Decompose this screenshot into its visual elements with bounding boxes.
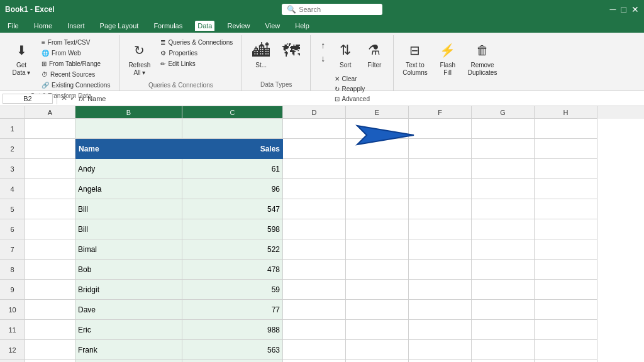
- cell-A8[interactable]: [25, 260, 75, 280]
- close-btn[interactable]: ✕: [631, 4, 639, 14]
- cell-H7[interactable]: [535, 239, 597, 260]
- maximize-btn[interactable]: □: [621, 4, 626, 14]
- cell-H5[interactable]: [535, 199, 597, 219]
- properties-button[interactable]: ⚙ Properties: [157, 48, 236, 58]
- from-table-button[interactable]: ⊞ From Table/Range: [38, 59, 114, 69]
- cell-A4[interactable]: [25, 179, 75, 199]
- cell-C7[interactable]: 522: [182, 239, 283, 260]
- cell-B3[interactable]: Andy: [75, 159, 182, 179]
- cell-H6[interactable]: [535, 219, 597, 239]
- cell-C2[interactable]: Sales: [182, 139, 283, 159]
- cell-G1[interactable]: [472, 119, 535, 139]
- col-header-A[interactable]: A: [25, 106, 75, 119]
- cell-G6[interactable]: [472, 219, 535, 239]
- cell-E6[interactable]: [346, 219, 409, 239]
- cell-E8[interactable]: [346, 260, 409, 280]
- col-header-H[interactable]: H: [535, 106, 597, 119]
- cell-E9[interactable]: [346, 280, 409, 300]
- row-header-8[interactable]: 8: [0, 260, 25, 280]
- cancel-formula-icon[interactable]: ✕: [61, 94, 67, 103]
- cell-D2[interactable]: [283, 139, 346, 159]
- cell-A7[interactable]: [25, 239, 75, 260]
- recent-sources-button[interactable]: ⏱ Recent Sources: [38, 70, 114, 79]
- cell-F10[interactable]: [409, 300, 472, 320]
- cell-B2[interactable]: Name: [75, 139, 182, 159]
- cell-A9[interactable]: [25, 280, 75, 300]
- cell-H10[interactable]: [535, 300, 597, 320]
- cell-A6[interactable]: [25, 219, 75, 239]
- cell-H11[interactable]: [535, 320, 597, 340]
- menu-page-layout[interactable]: Page Layout: [97, 21, 142, 31]
- cell-F4[interactable]: [409, 179, 472, 199]
- row-header-10[interactable]: 10: [0, 300, 25, 320]
- cell-A10[interactable]: [25, 300, 75, 320]
- cell-F5[interactable]: [409, 199, 472, 219]
- cell-E12[interactable]: [346, 340, 409, 360]
- col-header-C[interactable]: C: [182, 106, 283, 119]
- cell-E3[interactable]: [346, 159, 409, 179]
- remove-duplicates-button[interactable]: 🗑 RemoveDuplicates: [464, 38, 501, 79]
- cell-H1[interactable]: [535, 119, 597, 139]
- menu-data[interactable]: Data: [195, 21, 214, 31]
- cell-D12[interactable]: [283, 340, 346, 360]
- edit-links-button[interactable]: ✏ Edit Links: [157, 59, 236, 69]
- col-header-B[interactable]: B: [75, 106, 182, 119]
- row-header-12[interactable]: 12: [0, 340, 25, 360]
- cell-B9[interactable]: Bridgit: [75, 280, 182, 300]
- col-header-F[interactable]: F: [409, 106, 472, 119]
- cell-E5[interactable]: [346, 199, 409, 219]
- cell-C10[interactable]: 77: [182, 300, 283, 320]
- cell-D9[interactable]: [283, 280, 346, 300]
- cell-C1[interactable]: [182, 119, 283, 139]
- menu-file[interactable]: File: [5, 21, 21, 31]
- menu-review[interactable]: Review: [225, 21, 252, 31]
- cell-B12[interactable]: Frank: [75, 340, 182, 360]
- cell-G7[interactable]: [472, 239, 535, 260]
- cell-C4[interactable]: 96: [182, 179, 283, 199]
- from-web-button[interactable]: 🌐 From Web: [38, 48, 114, 58]
- cell-C12[interactable]: 563: [182, 340, 283, 360]
- text-to-columns-button[interactable]: ⊟ Text toColumns: [399, 38, 431, 79]
- flash-fill-button[interactable]: ⚡ FlashFill: [434, 38, 462, 79]
- get-data-button[interactable]: ⬇ GetData ▾: [8, 38, 35, 79]
- cell-F3[interactable]: [409, 159, 472, 179]
- cell-B4[interactable]: Angela: [75, 179, 182, 199]
- cell-H9[interactable]: [535, 280, 597, 300]
- cell-D8[interactable]: [283, 260, 346, 280]
- menu-help[interactable]: Help: [292, 21, 312, 31]
- from-text-csv-button[interactable]: ≡ From Text/CSV: [38, 38, 114, 47]
- cell-D11[interactable]: [283, 320, 346, 340]
- cell-A5[interactable]: [25, 199, 75, 219]
- menu-home[interactable]: Home: [31, 21, 55, 31]
- cell-D7[interactable]: [283, 239, 346, 260]
- refresh-all-button[interactable]: ↻ RefreshAll ▾: [125, 38, 154, 79]
- cell-H12[interactable]: [535, 340, 597, 360]
- cell-D3[interactable]: [283, 159, 346, 179]
- cell-B5[interactable]: Bill: [75, 199, 182, 219]
- row-header-11[interactable]: 11: [0, 320, 25, 340]
- sort-button[interactable]: ⇅ Sort: [331, 38, 359, 72]
- reapply-button[interactable]: ↻ Reapply: [331, 84, 374, 94]
- cell-G11[interactable]: [472, 320, 535, 340]
- cell-A3[interactable]: [25, 159, 75, 179]
- sort-za-button[interactable]: ↓: [317, 52, 329, 65]
- col-header-G[interactable]: G: [472, 106, 535, 119]
- cell-G10[interactable]: [472, 300, 535, 320]
- cell-D6[interactable]: [283, 219, 346, 239]
- cell-F1[interactable]: [409, 119, 472, 139]
- row-header-5[interactable]: 5: [0, 199, 25, 219]
- cell-B11[interactable]: Eric: [75, 320, 182, 340]
- cell-H3[interactable]: [535, 159, 597, 179]
- cell-D4[interactable]: [283, 179, 346, 199]
- cell-G5[interactable]: [472, 199, 535, 219]
- cell-E1[interactable]: [346, 119, 409, 139]
- cell-F11[interactable]: [409, 320, 472, 340]
- cell-G8[interactable]: [472, 260, 535, 280]
- cell-A12[interactable]: [25, 340, 75, 360]
- cell-A2[interactable]: [25, 139, 75, 159]
- cell-H4[interactable]: [535, 179, 597, 199]
- cell-E10[interactable]: [346, 300, 409, 320]
- cell-C5[interactable]: 547: [182, 199, 283, 219]
- cell-A1[interactable]: [25, 119, 75, 139]
- cell-B10[interactable]: Dave: [75, 300, 182, 320]
